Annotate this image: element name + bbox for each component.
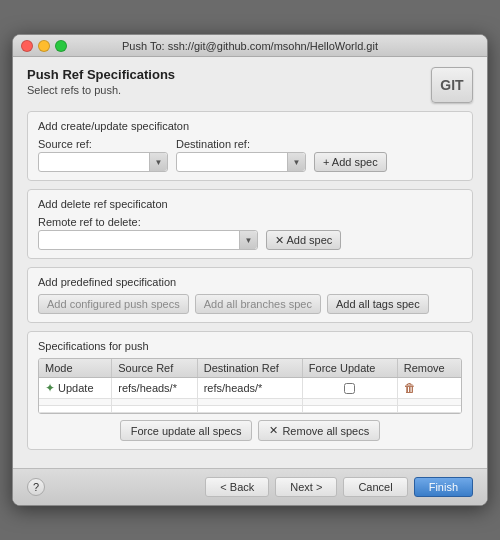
create-update-section: Add create/update specificaton Source re…	[27, 111, 473, 181]
footer: ? < Back Next > Cancel Finish	[13, 468, 487, 505]
finish-button[interactable]: Finish	[414, 477, 473, 497]
specs-action-buttons: Force update all specs ✕ Remove all spec…	[38, 420, 462, 441]
remove-icon: ✕	[269, 424, 278, 437]
remote-ref-combo[interactable]: ▼	[38, 230, 258, 250]
col-source-ref: Source Ref	[112, 359, 197, 378]
col-force-update: Force Update	[302, 359, 397, 378]
remote-ref-input[interactable]	[39, 234, 239, 246]
delete-section-title: Add delete ref specificaton	[38, 198, 462, 210]
empty-force	[302, 399, 397, 406]
source-ref-label: Source ref:	[38, 138, 168, 150]
create-update-title: Add create/update specificaton	[38, 120, 462, 132]
table-row: ✦ Update refs/heads/* refs/heads/*	[39, 378, 461, 399]
specs-table-header: Mode Source Ref Destination Ref Force Up…	[39, 359, 461, 378]
update-icon: ✦	[45, 381, 55, 395]
remote-ref-group: Remote ref to delete: ▼	[38, 216, 258, 250]
remote-ref-label: Remote ref to delete:	[38, 216, 258, 228]
minimize-button[interactable]	[38, 40, 50, 52]
header-row: Push Ref Specifications Select refs to p…	[27, 67, 473, 103]
page-title: Push Ref Specifications	[27, 67, 175, 82]
back-button[interactable]: < Back	[205, 477, 269, 497]
specs-table-body: ✦ Update refs/heads/* refs/heads/*	[39, 378, 461, 413]
force-update-all-specs-button[interactable]: Force update all specs	[120, 420, 253, 441]
empty-remove	[397, 399, 461, 406]
add-all-branches-spec-button[interactable]: Add all branches spec	[195, 294, 321, 314]
specs-table: Mode Source Ref Destination Ref Force Up…	[39, 359, 461, 413]
specs-table-wrapper: Mode Source Ref Destination Ref Force Up…	[38, 358, 462, 414]
main-window: Push To: ssh://git@github.com/msohn/Hell…	[12, 34, 488, 506]
source-ref-combo[interactable]: ▼	[38, 152, 168, 172]
row-destination: refs/heads/*	[197, 378, 302, 399]
close-button[interactable]	[21, 40, 33, 52]
col-remove: Remove	[397, 359, 461, 378]
add-delete-spec-button[interactable]: ✕ Add spec	[266, 230, 341, 250]
create-update-fields: Source ref: ▼ Destination ref: ▼ + Add s…	[38, 138, 462, 172]
empty-mode	[39, 399, 112, 406]
source-ref-group: Source ref: ▼	[38, 138, 168, 172]
predefined-section: Add predefined specification Add configu…	[27, 267, 473, 323]
empty-remove2	[397, 406, 461, 413]
next-button[interactable]: Next >	[275, 477, 337, 497]
specs-title: Specifications for push	[38, 340, 462, 352]
page-subtitle: Select refs to push.	[27, 84, 175, 96]
header-text: Push Ref Specifications Select refs to p…	[27, 67, 175, 96]
row-force-update[interactable]	[302, 378, 397, 399]
window-title: Push To: ssh://git@github.com/msohn/Hell…	[122, 40, 378, 52]
mode-label: Update	[58, 382, 93, 394]
add-create-spec-button[interactable]: + Add spec	[314, 152, 387, 172]
specs-section: Specifications for push Mode Source Ref …	[27, 331, 473, 450]
empty-source	[112, 399, 197, 406]
col-destination-ref: Destination Ref	[197, 359, 302, 378]
main-content: Push Ref Specifications Select refs to p…	[13, 57, 487, 468]
delete-fields: Remote ref to delete: ▼ ✕ Add spec	[38, 216, 462, 250]
table-row	[39, 399, 461, 406]
help-button[interactable]: ?	[27, 478, 45, 496]
source-ref-arrow[interactable]: ▼	[149, 153, 167, 171]
destination-ref-combo[interactable]: ▼	[176, 152, 306, 172]
destination-ref-group: Destination ref: ▼	[176, 138, 306, 172]
git-icon: GIT	[431, 67, 473, 103]
remote-ref-arrow[interactable]: ▼	[239, 231, 257, 249]
row-mode: ✦ Update	[39, 378, 112, 399]
col-mode: Mode	[39, 359, 112, 378]
remove-all-label: Remove all specs	[282, 425, 369, 437]
maximize-button[interactable]	[55, 40, 67, 52]
add-all-tags-spec-button[interactable]: Add all tags spec	[327, 294, 429, 314]
empty-mode2	[39, 406, 112, 413]
empty-force2	[302, 406, 397, 413]
remove-all-specs-button[interactable]: ✕ Remove all specs	[258, 420, 380, 441]
destination-ref-arrow[interactable]: ▼	[287, 153, 305, 171]
footer-nav: < Back Next > Cancel Finish	[205, 477, 473, 497]
empty-destination2	[197, 406, 302, 413]
source-ref-input[interactable]	[39, 156, 149, 168]
row-source: refs/heads/*	[112, 378, 197, 399]
traffic-lights	[21, 40, 67, 52]
predefined-title: Add predefined specification	[38, 276, 462, 288]
row-remove[interactable]: 🗑	[397, 378, 461, 399]
delete-section: Add delete ref specificaton Remote ref t…	[27, 189, 473, 259]
trash-icon[interactable]: 🗑	[404, 381, 416, 395]
titlebar: Push To: ssh://git@github.com/msohn/Hell…	[13, 35, 487, 57]
destination-ref-label: Destination ref:	[176, 138, 306, 150]
destination-ref-input[interactable]	[177, 156, 287, 168]
cancel-button[interactable]: Cancel	[343, 477, 407, 497]
empty-destination	[197, 399, 302, 406]
force-update-checkbox[interactable]	[344, 383, 355, 394]
predefined-buttons: Add configured push specs Add all branch…	[38, 294, 462, 314]
table-row	[39, 406, 461, 413]
empty-source2	[112, 406, 197, 413]
add-configured-push-specs-button[interactable]: Add configured push specs	[38, 294, 189, 314]
